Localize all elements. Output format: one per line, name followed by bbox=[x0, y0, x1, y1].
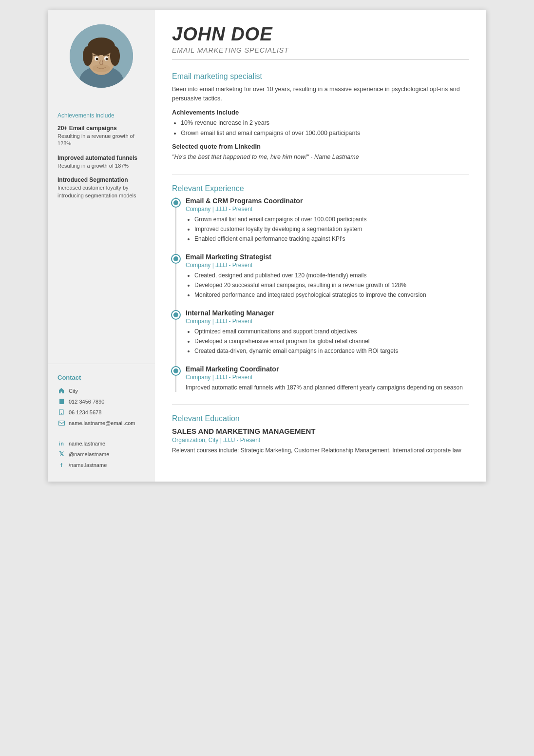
achievement-desc-3: Increased customer loyalty by introducin… bbox=[57, 184, 145, 199]
summary-intro: Been into email marketing for over 10 ye… bbox=[172, 85, 469, 103]
social-twitter-value: @namelastname bbox=[69, 451, 109, 457]
social-linkedin-value: name.lastname bbox=[69, 441, 105, 446]
summary-title: Email marketing specialist bbox=[172, 72, 469, 81]
achievement-item-1: 20+ Email campaigns Resulting in a reven… bbox=[57, 125, 145, 148]
social-facebook-value: /name.lastname bbox=[69, 462, 107, 468]
sidebar: Achievements include 20+ Email campaigns… bbox=[48, 10, 155, 482]
exp-job-title-4: Email Marketing Coordinator bbox=[186, 365, 469, 373]
contact-city-value: City bbox=[69, 388, 78, 394]
experience-section: Relevant Experience Email & CRM Programs… bbox=[172, 184, 469, 392]
experience-title: Relevant Experience bbox=[172, 184, 469, 193]
exp-bullet-3-2: Developed a comprehensive email program … bbox=[194, 337, 469, 346]
svg-point-5 bbox=[83, 46, 93, 66]
exp-text-4: Improved automatic email funnels with 18… bbox=[186, 383, 469, 392]
contact-mobile: 06 1234 5678 bbox=[57, 408, 145, 416]
svg-point-14 bbox=[61, 413, 61, 414]
exp-bullet-2-3: Monitored performance and integrated psy… bbox=[194, 291, 469, 299]
contact-phone: 012 3456 7890 bbox=[57, 398, 145, 406]
contact-section: Contact City 012 3456 7890 bbox=[48, 364, 155, 440]
achievement-item-3: Introduced Segmentation Increased custom… bbox=[57, 176, 145, 199]
summary-quote: "He's the best that happened to me, hire… bbox=[172, 153, 469, 162]
contact-email: name.lastname@email.com bbox=[57, 419, 145, 427]
svg-point-9 bbox=[96, 58, 98, 60]
exp-company-1: Company | JJJJ - Present bbox=[186, 206, 469, 213]
achievement-title-3: Introduced Segmentation bbox=[57, 176, 145, 183]
svg-point-11 bbox=[93, 64, 110, 72]
achievement-title-2: Improved automated funnels bbox=[57, 155, 145, 161]
summary-achievement-2: Grown email list and email campaigns of … bbox=[181, 129, 469, 138]
contact-city: City bbox=[57, 387, 145, 395]
edu-org: Organization, City | JJJJ - Present bbox=[172, 437, 469, 444]
exp-bullets-3: Optimized email communications and suppo… bbox=[186, 327, 469, 355]
summary-achievements-heading: Achievements include bbox=[172, 109, 469, 116]
contact-email-value: name.lastname@email.com bbox=[69, 420, 135, 426]
experience-list: Email & CRM Programs Coordinator Company… bbox=[172, 197, 469, 392]
exp-bullet-2-2: Developed 20 successful email campaigns,… bbox=[194, 281, 469, 290]
contact-phone-value: 012 3456 7890 bbox=[69, 399, 104, 405]
header-subtitle: EMAIL MARKETING SPECIALIST bbox=[172, 46, 469, 54]
exp-company-3: Company | JJJJ - Present bbox=[186, 318, 469, 325]
sidebar-achievements: Achievements include 20+ Email campaigns… bbox=[48, 107, 155, 364]
exp-item-2: Email Marketing Strategist Company | JJJ… bbox=[172, 253, 469, 299]
edu-text: Relevant courses include: Strategic Mark… bbox=[172, 446, 469, 455]
social-facebook: f /name.lastname bbox=[57, 461, 145, 469]
exp-bullet-1-1: Grown email list and email campaigns of … bbox=[194, 215, 469, 224]
social-linkedin: in name.lastname bbox=[57, 440, 145, 447]
sidebar-top bbox=[48, 10, 155, 107]
svg-point-6 bbox=[110, 46, 120, 66]
contact-mobile-value: 06 1234 5678 bbox=[69, 409, 101, 415]
linkedin-icon: in bbox=[57, 440, 65, 447]
summary-section: Email marketing specialist Been into ema… bbox=[172, 72, 469, 162]
achievement-item-2: Improved automated funnels Resulting in … bbox=[57, 155, 145, 170]
avatar bbox=[70, 24, 133, 88]
summary-quote-heading: Selected quote from LinkedIn bbox=[172, 143, 469, 150]
exp-item-3: Internal Marketing Manager Company | JJJ… bbox=[172, 309, 469, 355]
exp-company-2: Company | JJJJ - Present bbox=[186, 262, 469, 269]
exp-bullet-2-1: Created, designed and published over 120… bbox=[194, 271, 469, 280]
achievements-sidebar-title: Achievements include bbox=[57, 112, 145, 119]
exp-dot-2 bbox=[172, 255, 180, 263]
achievement-title-1: 20+ Email campaigns bbox=[57, 125, 145, 132]
achievement-desc-2: Resulting in a growth of 187% bbox=[57, 162, 145, 170]
divider-2 bbox=[172, 404, 469, 405]
svg-point-12 bbox=[61, 403, 61, 404]
exp-job-title-1: Email & CRM Programs Coordinator bbox=[186, 197, 469, 205]
summary-achievements-list: 10% revenue increase in 2 years Grown em… bbox=[172, 118, 469, 138]
exp-dot-3 bbox=[172, 311, 180, 319]
home-icon bbox=[57, 387, 65, 395]
social-section: in name.lastname 𝕏 @namelastname f /name… bbox=[48, 440, 155, 482]
education-title: Relevant Education bbox=[172, 414, 469, 423]
summary-achievement-1: 10% revenue increase in 2 years bbox=[181, 118, 469, 128]
mobile-icon bbox=[57, 408, 65, 416]
education-section: Relevant Education SALES AND MARKETING M… bbox=[172, 414, 469, 455]
divider-1 bbox=[172, 174, 469, 174]
exp-item-4: Email Marketing Coordinator Company | JJ… bbox=[172, 365, 469, 392]
edu-degree: SALES AND MARKETING MANAGEMENT bbox=[172, 427, 469, 435]
exp-dot-1 bbox=[172, 199, 180, 207]
exp-bullets-2: Created, designed and published over 120… bbox=[186, 271, 469, 299]
exp-job-title-2: Email Marketing Strategist bbox=[186, 253, 469, 261]
exp-bullet-3-1: Optimized email communications and suppo… bbox=[194, 327, 469, 336]
email-icon bbox=[57, 419, 65, 427]
main-content: JOHN DOE EMAIL MARKETING SPECIALIST Emai… bbox=[155, 10, 486, 482]
exp-bullet-3-3: Created data-driven, dynamic email campa… bbox=[194, 347, 469, 355]
exp-bullet-1-3: Enabled efficient email performance trac… bbox=[194, 234, 469, 243]
svg-point-10 bbox=[106, 58, 108, 60]
exp-dot-4 bbox=[172, 367, 180, 375]
header-section: JOHN DOE EMAIL MARKETING SPECIALIST bbox=[172, 24, 469, 60]
social-twitter: 𝕏 @namelastname bbox=[57, 450, 145, 458]
exp-company-4: Company | JJJJ - Present bbox=[186, 374, 469, 381]
contact-title: Contact bbox=[57, 374, 145, 381]
svg-rect-15 bbox=[58, 421, 64, 425]
facebook-icon: f bbox=[57, 461, 65, 469]
twitter-icon: 𝕏 bbox=[57, 450, 65, 458]
achievement-desc-1: Resulting in a revenue growth of 128% bbox=[57, 133, 145, 148]
exp-bullets-1: Grown email list and email campaigns of … bbox=[186, 215, 469, 243]
exp-job-title-3: Internal Marketing Manager bbox=[186, 309, 469, 317]
phone-icon bbox=[57, 398, 65, 406]
resume-container: Achievements include 20+ Email campaigns… bbox=[48, 10, 486, 482]
exp-item-1: Email & CRM Programs Coordinator Company… bbox=[172, 197, 469, 243]
exp-bullet-1-2: Improved customer loyalty by developing … bbox=[194, 225, 469, 233]
header-name: JOHN DOE bbox=[172, 24, 469, 45]
